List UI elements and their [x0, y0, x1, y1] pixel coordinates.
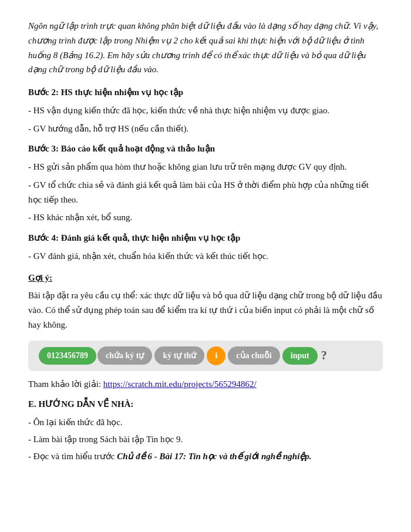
scratch-block-input: input [282, 347, 318, 365]
home-line2: - Làm bài tập trong Sách bài tập Tin học… [28, 432, 383, 447]
section-e-heading: E. HƯỚNG DẪN VỀ NHÀ: [28, 397, 383, 412]
step3-line2: - GV tổ chức chia sẻ và đánh giá kết quả… [28, 178, 383, 207]
step3-line3: - HS khác nhận xét, bổ sung. [28, 210, 383, 225]
step2-line2: - GV hướng dẫn, hỗ trợ HS (nếu cần thiết… [28, 122, 383, 136]
step4-heading: Bước 4: Đánh giá kết quả, thực hiện nhiệ… [28, 231, 383, 245]
step2-line1: - HS vận dụng kiến thức đã học, kiến thứ… [28, 103, 383, 118]
ref-text: Tham khảo lời giải: [28, 379, 103, 389]
scratch-block-chua-ky-tu: chứa ký tự [97, 346, 152, 365]
scratch-block-i: i [207, 346, 225, 365]
goi-y-label: Gợi ý: [28, 271, 383, 285]
home-line3-italic-bold: Chủ đề 6 - Bài 17: Tin học và thế giới n… [117, 452, 311, 461]
scratch-block-cua-chuoi: của chuỗi [228, 346, 279, 365]
scratch-block-question: ? [321, 349, 327, 362]
intro-text: Ngôn ngữ lập trình trực quan không phân … [28, 19, 383, 77]
goi-y-text: Bài tập đặt ra yêu cầu cụ thể: xác thực … [28, 288, 383, 332]
home-line3: - Đọc và tìm hiểu trước Chủ đề 6 - Bài 1… [28, 449, 383, 464]
goi-y-underline: Gợi ý: [28, 273, 52, 282]
scratch-block-ky-tu-thu: ký tự thứ [154, 346, 204, 365]
home-line3-prefix: - Đọc và tìm hiểu trước [28, 452, 117, 461]
home-line1: - Ôn lại kiến thức đã học. [28, 415, 383, 430]
ref-link[interactable]: https://scratch.mit.edu/projects/5652948… [103, 379, 257, 389]
step4-line1: - GV đánh giá, nhận xét, chuẩn hóa kiến … [28, 249, 383, 264]
step3-heading: Bước 3: Báo cáo kết quả hoạt động và thả… [28, 142, 383, 156]
scratch-block-numbers: 0123456789 [39, 347, 96, 365]
ref-line: Tham khảo lời giải: https://scratch.mit.… [28, 377, 383, 392]
step2-heading: Bước 2: HS thực hiện nhiệm vụ học tập [28, 85, 383, 100]
scratch-visual-block: 0123456789 chứa ký tự ký tự thứ i của ch… [28, 341, 383, 371]
step3-line1: - HS gửi sản phẩm qua hòm thư hoặc không… [28, 160, 383, 174]
